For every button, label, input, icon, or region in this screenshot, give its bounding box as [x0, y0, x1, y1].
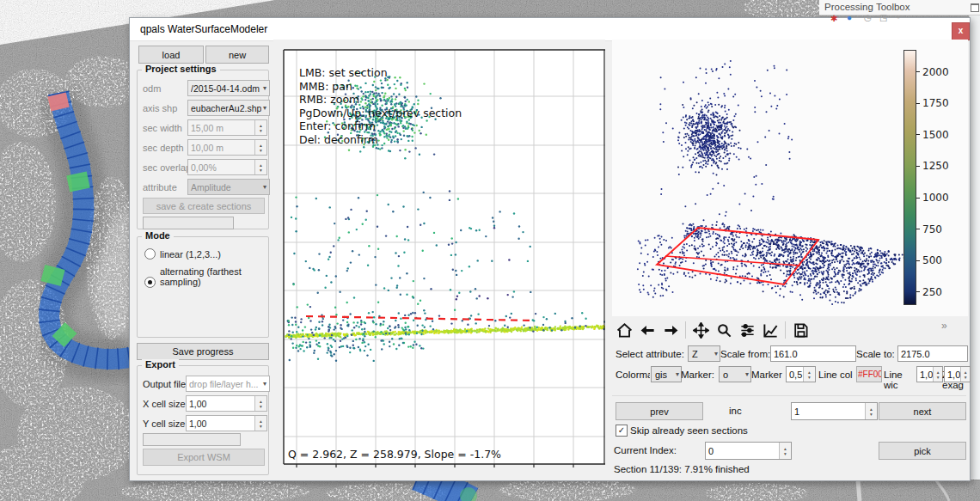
- colorbar-tick: 2000: [916, 66, 949, 78]
- chevron-down-icon: ▾: [263, 183, 266, 191]
- colorbar-tick: 1750: [916, 97, 949, 109]
- section-marker-green[interactable]: [58, 329, 70, 340]
- project-settings-title: Project settings: [142, 64, 220, 74]
- sec-width-spinbox[interactable]: 15,00 m ▴▾: [187, 119, 267, 136]
- line-width-spinbox[interactable]: 1,0▴▾: [916, 366, 943, 382]
- scale-from-input[interactable]: 161.0: [770, 345, 856, 362]
- spin-arrows-icon[interactable]: ▴▾: [779, 443, 791, 459]
- save-icon[interactable]: [792, 321, 809, 339]
- colorbar: [903, 50, 916, 305]
- chevron-down-icon: ▾: [263, 380, 266, 388]
- scale-to-input[interactable]: 2175.0: [897, 345, 968, 362]
- section-marker-green[interactable]: [77, 174, 80, 190]
- export-title: Export: [142, 359, 179, 370]
- spin-arrows-icon[interactable]: ▴▾: [254, 416, 266, 431]
- colorbar-tick: 1500: [916, 129, 949, 141]
- section-marker-red[interactable]: [57, 95, 60, 109]
- section-marker-green[interactable]: [51, 267, 55, 284]
- spin-arrows-icon[interactable]: ▴▾: [803, 367, 815, 382]
- attribute-combo[interactable]: Amplitude▾: [187, 179, 270, 195]
- marker-size-spinbox[interactable]: 0,5▴▾: [786, 366, 816, 382]
- toolbar-separator: [785, 321, 786, 339]
- colorbar-tick: 500: [916, 254, 942, 266]
- spin-arrows-icon[interactable]: ▴▾: [254, 140, 266, 155]
- blue-dot-icon[interactable]: ●: [847, 13, 852, 22]
- colorbar-tick: 750: [916, 223, 942, 235]
- section-status-text: Q = 2.962, Z = 258.979, Slope = -1.7%: [288, 448, 501, 461]
- next-button[interactable]: next: [879, 402, 966, 420]
- mode-group: Mode linear (1,2,3...) alternating (fart…: [137, 236, 269, 338]
- forward-icon[interactable]: [662, 321, 679, 339]
- skip-sections-checkbox[interactable]: ✓: [616, 425, 628, 437]
- y-cell-size-label: Y cell size: [143, 419, 185, 429]
- x-cell-size-spinbox[interactable]: 1,00 ▴▾: [186, 395, 267, 412]
- colorbar-tick: 1250: [916, 160, 949, 172]
- road: [858, 480, 860, 501]
- section-progress-status: Section 11/139: 7.91% finished: [614, 464, 750, 474]
- inc-label: inc: [729, 406, 742, 416]
- select-attribute-label: Select attribute:: [616, 349, 684, 359]
- panel-float-icon[interactable]: [971, 3, 979, 12]
- colorbar-tick: 1000: [916, 192, 949, 204]
- y-cell-size-spinbox[interactable]: 1,00 ▴▾: [186, 415, 267, 431]
- save-create-sections-button[interactable]: save & create sections: [143, 198, 265, 214]
- chevron-down-icon: ▾: [263, 84, 266, 92]
- colorbar-ticks: 25050075010001250150017502000: [916, 50, 968, 303]
- sections-progress-bar: [143, 217, 234, 229]
- mode-alternating-label[interactable]: alternating (farthest sampling): [160, 266, 268, 287]
- project-settings-group: Project settings odm /2015-04-14.odm▾ ax…: [137, 70, 269, 229]
- dialog-title: qpals WaterSurfaceModeler: [140, 23, 267, 35]
- spin-arrows-icon[interactable]: ▴▾: [254, 160, 266, 174]
- subplots-icon[interactable]: [738, 321, 756, 339]
- pan-icon[interactable]: [692, 321, 709, 339]
- axis-shp-label: axis shp: [143, 103, 177, 113]
- attribute-select[interactable]: Z▾: [688, 345, 720, 362]
- odm-combo[interactable]: /2015-04-14.odm▾: [187, 80, 270, 96]
- marker-size-label: Marker: [751, 370, 782, 380]
- prev-button[interactable]: prev: [616, 402, 703, 420]
- spin-arrows-icon[interactable]: ▴▾: [960, 367, 970, 382]
- separator: [612, 395, 966, 396]
- new-button[interactable]: new: [205, 46, 269, 64]
- back-icon[interactable]: [639, 321, 656, 339]
- pick-button[interactable]: pick: [879, 442, 966, 460]
- sec-overlap-spinbox[interactable]: 0,00% ▴▾: [187, 159, 267, 175]
- sec-depth-spinbox[interactable]: 10,00 m ▴▾: [187, 139, 267, 156]
- colormap-label: Colorma: [616, 370, 650, 380]
- mpl-toolbar: [616, 320, 809, 340]
- load-button[interactable]: load: [138, 46, 204, 64]
- spin-arrows-icon[interactable]: ▴▾: [254, 396, 266, 411]
- marker-select[interactable]: o▾: [719, 366, 751, 382]
- sec-width-label: sec width: [143, 123, 182, 133]
- output-file-combo[interactable]: drop file/layer h...▾: [186, 376, 270, 392]
- edit-icon[interactable]: ◳: [879, 13, 887, 22]
- z-exag-spinbox[interactable]: 1,0▴▾: [944, 366, 971, 382]
- spin-arrows-icon[interactable]: ▴▾: [254, 120, 266, 135]
- line-color-button[interactable]: #FF000: [856, 366, 882, 382]
- close-button[interactable]: x: [952, 22, 970, 40]
- axis-shp-combo[interactable]: eubacherAu2.shp▾: [187, 100, 270, 116]
- current-index-spinbox[interactable]: 0▴▾: [705, 442, 792, 460]
- clock-icon[interactable]: ◷: [864, 13, 872, 22]
- save-progress-button[interactable]: Save progress: [137, 343, 269, 360]
- zoom-icon[interactable]: [715, 321, 732, 339]
- mode-linear-radio[interactable]: [144, 248, 156, 260]
- options-icon[interactable]: ◔: [895, 13, 900, 22]
- skip-sections-label[interactable]: Skip already seen sections: [630, 425, 748, 436]
- spin-arrows-icon[interactable]: ▴▾: [933, 367, 942, 382]
- mode-alternating-radio[interactable]: [144, 277, 156, 288]
- home-icon[interactable]: [616, 321, 633, 339]
- star-icon[interactable]: ✱: [830, 14, 837, 23]
- inc-spinbox[interactable]: 1▴▾: [791, 402, 878, 420]
- customize-icon[interactable]: [762, 321, 779, 339]
- chevron-down-icon: ▾: [714, 350, 718, 357]
- spin-arrows-icon[interactable]: ▴▾: [865, 403, 877, 419]
- line-col-label: Line col: [818, 370, 853, 380]
- chevron-down-icon: ▾: [676, 370, 679, 378]
- colormap-select[interactable]: gis▾: [651, 366, 682, 382]
- chevron-down-icon: ▾: [263, 104, 266, 112]
- toolbar-overflow-chevron[interactable]: »: [941, 320, 946, 332]
- sec-depth-label: sec depth: [143, 143, 184, 153]
- export-wsm-button[interactable]: Export WSM: [143, 449, 265, 466]
- mode-linear-label[interactable]: linear (1,2,3...): [160, 249, 221, 260]
